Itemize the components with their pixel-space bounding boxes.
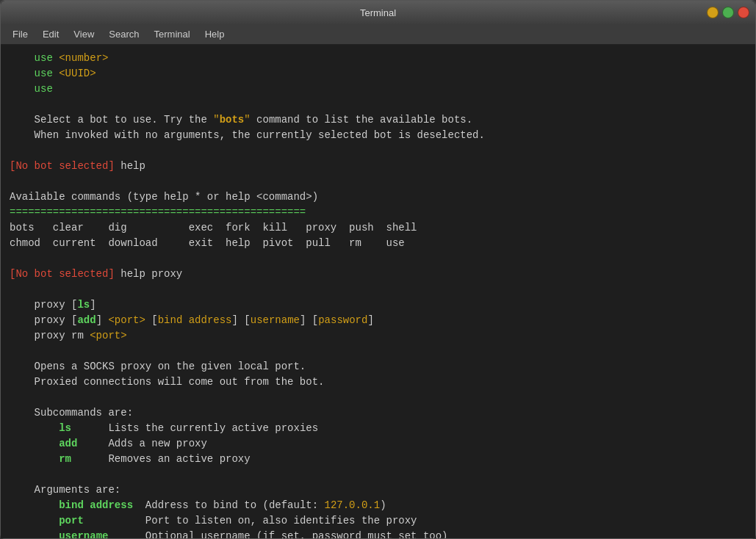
output-line: proxy [ls]	[10, 297, 746, 313]
terminal-body[interactable]: use <number> use <UUID> use Select a bot…	[1, 45, 755, 538]
output-line: Proxied connections will come out from t…	[10, 375, 746, 390]
output-line: Subcommands are:	[10, 405, 746, 421]
window-controls	[707, 7, 749, 18]
title-bar: Terminal	[1, 1, 755, 24]
output-line: use <UUID>	[10, 66, 746, 82]
output-line: bind address Address to bind to (default…	[10, 498, 746, 513]
output-line: proxy rm <port>	[10, 328, 746, 344]
close-button[interactable]	[738, 7, 749, 18]
output-line: port Port to listen on, also identifies …	[10, 513, 746, 529]
output-line	[10, 390, 746, 405]
output-line: Arguments are:	[10, 482, 746, 498]
output-line: bots clear dig exec fork kill proxy push…	[10, 220, 746, 236]
output-line	[10, 282, 746, 297]
prompt-line: [No bot selected] help proxy	[10, 267, 746, 282]
output-line	[10, 97, 746, 112]
output-line	[10, 174, 746, 189]
output-line: Select a bot to use. Try the "bots" comm…	[10, 112, 746, 128]
output-line: ========================================…	[10, 205, 746, 220]
output-line: When invoked with no arguments, the curr…	[10, 128, 746, 143]
output-line: Opens a SOCKS proxy on the given local p…	[10, 359, 746, 375]
output-line: chmod current download exit help pivot p…	[10, 236, 746, 251]
output-line: proxy [add] <port> [bind address] [usern…	[10, 313, 746, 328]
menu-view[interactable]: View	[68, 26, 100, 42]
maximize-button[interactable]	[722, 7, 734, 18]
menu-file[interactable]: File	[7, 26, 34, 42]
output-line: rm Removes an active proxy	[10, 452, 746, 467]
output-line	[10, 344, 746, 359]
menu-search[interactable]: Search	[103, 26, 145, 42]
output-line: username Optional username (if set, pass…	[10, 529, 746, 538]
terminal-window: Terminal File Edit View Search Terminal …	[0, 0, 756, 539]
output-line: Available commands (type help * or help …	[10, 189, 746, 205]
output-line	[10, 467, 746, 482]
menu-help[interactable]: Help	[199, 26, 231, 42]
minimize-button[interactable]	[707, 7, 719, 18]
output-line	[10, 143, 746, 159]
window-title: Terminal	[360, 7, 396, 18]
output-line	[10, 251, 746, 267]
output-line: use	[10, 82, 746, 97]
output-line: add Adds a new proxy	[10, 436, 746, 452]
output-line: ls Lists the currently active proxies	[10, 421, 746, 436]
output-line: use <number>	[10, 51, 746, 66]
menu-terminal[interactable]: Terminal	[148, 26, 196, 42]
menu-bar: File Edit View Search Terminal Help	[1, 24, 755, 45]
prompt-line: [No bot selected] help	[10, 159, 746, 174]
menu-edit[interactable]: Edit	[37, 26, 65, 42]
